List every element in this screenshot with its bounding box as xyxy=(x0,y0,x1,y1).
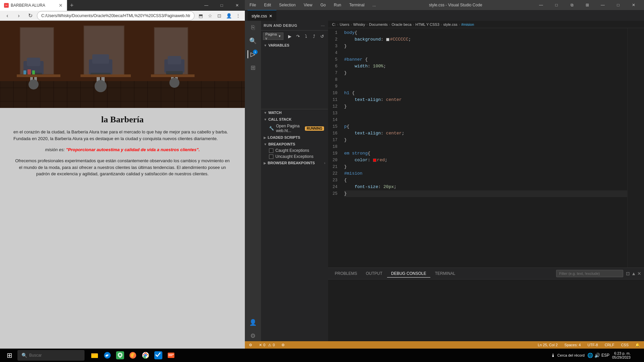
taskbar-clock[interactable]: 6:23 p. m. 05/29/2023 xyxy=(612,351,633,359)
taskbar-search-input[interactable] xyxy=(29,353,80,358)
url-input[interactable] xyxy=(37,11,195,20)
debug-step-out-button[interactable]: ⤴ xyxy=(310,33,318,40)
close-tab-button[interactable]: ✕ xyxy=(59,3,63,8)
status-errors[interactable]: ✕ 0 ⚠ 0 xyxy=(258,343,276,347)
breadcrumb-oracle[interactable]: Oracle beca xyxy=(392,22,412,26)
vscode-file-tab-style-css[interactable]: style.css ✕ xyxy=(248,10,276,22)
menu-more[interactable]: ... xyxy=(371,2,378,8)
call-stack-header[interactable]: ▼ CALL STACK xyxy=(261,116,328,123)
debug-continue-button[interactable]: ▶ xyxy=(286,33,293,40)
menu-icon[interactable]: ⋮ xyxy=(234,12,242,20)
browser-breakpoints-header[interactable]: ▶ BROWSER BREAKPOINTS › xyxy=(261,160,328,166)
taskbar-edge[interactable] xyxy=(101,349,113,361)
taskbar-vscode[interactable] xyxy=(152,349,164,361)
status-spaces[interactable]: Spaces: 4 xyxy=(563,343,582,347)
activity-account-icon[interactable]: 👤 xyxy=(248,317,258,328)
vscode-maximize-button[interactable]: □ xyxy=(549,0,564,10)
loaded-scripts-header[interactable]: ▶ LOADED SCRIPTS xyxy=(261,134,328,141)
caught-exceptions-checkbox[interactable] xyxy=(269,148,273,153)
panel-wrap-icon[interactable]: ⊡ xyxy=(626,271,630,276)
taskbar-maps[interactable] xyxy=(114,349,126,361)
network-icon[interactable]: 🌐 xyxy=(587,353,593,358)
profile-icon[interactable]: 👤 xyxy=(225,12,233,20)
browser-maximize-button[interactable]: □ xyxy=(214,0,229,11)
uncaught-exceptions-checkbox[interactable] xyxy=(269,155,273,159)
file-tab-close[interactable]: ✕ xyxy=(269,14,272,18)
call-stack-item[interactable]: 🔧 Open Pagina web.ht... RUNNING xyxy=(261,123,328,134)
taskbar-explorer-2[interactable] xyxy=(165,349,177,361)
breadcrumb-c[interactable]: C: xyxy=(332,22,336,26)
caught-exceptions-item[interactable]: Caught Exceptions xyxy=(261,147,328,154)
new-tab-button[interactable]: + xyxy=(67,1,76,10)
code-line-21: } xyxy=(344,164,627,170)
activity-debug-icon[interactable]: ▷ 1 xyxy=(248,49,258,60)
debug-more-icon[interactable]: ··· xyxy=(320,22,325,29)
taskbar-chrome[interactable] xyxy=(140,349,152,361)
taskbar-weather[interactable]: 🌡 Cerca del récord xyxy=(551,353,585,358)
status-debug-gear[interactable]: ⚙ xyxy=(280,343,286,347)
panel-close-icon[interactable]: ✕ xyxy=(637,271,641,276)
breadcrumb-documents[interactable]: Documents xyxy=(369,22,388,26)
vscode-min2-button[interactable]: — xyxy=(595,0,610,10)
variables-header[interactable]: ▼ VARIABLES xyxy=(261,42,328,49)
vscode-max2-button[interactable]: □ xyxy=(610,0,626,10)
vscode-minimize-button[interactable]: — xyxy=(533,0,549,10)
activity-settings-icon[interactable]: ⚙ xyxy=(248,330,258,341)
uncaught-exceptions-item[interactable]: Uncaught Exceptions xyxy=(261,154,328,160)
menu-view[interactable]: View xyxy=(302,2,314,8)
vscode-close-button[interactable]: ✕ xyxy=(626,0,641,10)
status-encoding[interactable]: UTF-8 xyxy=(586,343,599,347)
tab-terminal[interactable]: TERMINAL xyxy=(431,270,460,277)
tab-debug-console[interactable]: DEBUG CONSOLE xyxy=(387,270,430,278)
debug-step-into-button[interactable]: ⤵ xyxy=(302,33,310,40)
bookmark-icon[interactable]: ☆ xyxy=(206,12,214,20)
menu-edit[interactable]: Edit xyxy=(262,2,273,8)
code-editor[interactable]: 1 2 3 4 5 6 7 8 9 10 11 12 13 14 xyxy=(328,28,644,267)
tab-output[interactable]: OUTPUT xyxy=(362,270,386,277)
taskbar-search-box[interactable]: 🔍 xyxy=(17,350,85,361)
back-button[interactable]: ‹ xyxy=(3,11,12,20)
taskbar-file-explorer[interactable] xyxy=(89,349,101,361)
menu-terminal[interactable]: Terminal xyxy=(347,2,366,8)
browser-close-button[interactable]: ✕ xyxy=(229,0,245,11)
status-line-col[interactable]: Ln 25, Col 2 xyxy=(536,343,559,347)
activity-extensions-icon[interactable]: ⊞ xyxy=(248,62,258,73)
status-notifications[interactable]: 🔔 xyxy=(634,343,641,347)
breakpoints-header[interactable]: ▼ BREAKPOINTS xyxy=(261,141,328,147)
activity-search-icon[interactable]: 🔍 xyxy=(248,36,258,46)
status-debug-icon[interactable]: ⚙ xyxy=(248,343,254,347)
code-content[interactable]: body{ background: #CCCCCC; } #banner { w… xyxy=(341,28,627,267)
breadcrumb-htmlcss3[interactable]: HTML Y CSS3 xyxy=(416,22,439,26)
status-line-ending[interactable]: CRLF xyxy=(603,343,616,347)
vscode-split-button[interactable]: ⧉ xyxy=(564,0,580,10)
tab-problems[interactable]: PROBLEMS xyxy=(331,270,361,277)
watch-header[interactable]: ▼ WATCH xyxy=(261,109,328,116)
refresh-button[interactable]: ↻ xyxy=(25,11,35,20)
breadcrumb-stylecss[interactable]: style.css xyxy=(443,22,458,26)
activity-explorer-icon[interactable]: ⎘ xyxy=(248,22,258,33)
debug-step-over-button[interactable]: ↷ xyxy=(294,33,302,40)
browser-content[interactable]: la Barbería en el corazón de la ciudad, … xyxy=(0,21,245,349)
menu-file[interactable]: File xyxy=(248,2,258,8)
taskbar-firefox[interactable] xyxy=(127,349,139,361)
split-view-icon[interactable]: ⊡ xyxy=(215,12,223,20)
panel-scroll-icon[interactable]: ▲ xyxy=(631,271,636,276)
debug-config-selector[interactable]: Pagina v ▼ xyxy=(263,33,283,40)
menu-selection[interactable]: Selection xyxy=(277,2,298,8)
panel-filter-input[interactable] xyxy=(556,270,623,277)
forward-button[interactable]: › xyxy=(14,11,23,20)
cast-icon[interactable]: ⬒ xyxy=(197,12,205,20)
start-button[interactable]: ⊞ xyxy=(3,349,16,362)
show-desktop-button[interactable] xyxy=(636,349,641,361)
volume-icon[interactable]: 🔊 xyxy=(594,353,600,358)
status-language[interactable]: CSS xyxy=(620,343,630,347)
debug-restart-button[interactable]: ↺ xyxy=(318,33,326,40)
menu-run[interactable]: Run xyxy=(332,2,343,8)
breadcrumb-mision[interactable]: #mision xyxy=(461,22,474,26)
browser-minimize-button[interactable]: — xyxy=(199,0,214,11)
vscode-layout-button[interactable]: ⊞ xyxy=(580,0,595,10)
browser-tab[interactable]: ✂ BARBERIA ALURA ✕ xyxy=(0,0,67,11)
breadcrumb-whisky[interactable]: Whisky xyxy=(353,22,365,26)
menu-go[interactable]: Go xyxy=(318,2,328,8)
breadcrumb-users[interactable]: Users xyxy=(340,22,350,26)
